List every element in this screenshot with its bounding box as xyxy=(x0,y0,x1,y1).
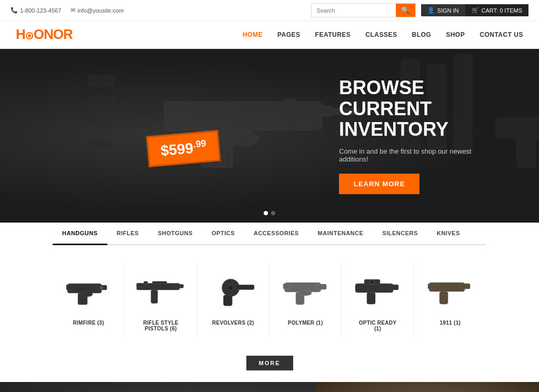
ammo-decoration xyxy=(315,382,539,392)
promo-instruction: INSTRUCTION Let our experienced staff as… xyxy=(0,382,315,392)
cart-button[interactable]: 🛒 CART: 0 ITEMS xyxy=(465,4,528,16)
tab-optics[interactable]: OPTICS xyxy=(202,223,244,245)
product-card-polymer[interactable]: POLYMER (1) xyxy=(270,261,342,337)
user-icon: 👤 xyxy=(427,7,435,14)
product-image-rimfire xyxy=(57,266,120,314)
nav-blog[interactable]: BLOG xyxy=(412,31,432,38)
header: HONOR HOME PAGES FEATURES CLASSES BLOG S… xyxy=(0,21,539,49)
top-bar-left: 📞 1-800-123-4567 ✉ info@yousite.com xyxy=(11,7,124,14)
rimfire-gun-icon xyxy=(62,273,115,307)
svg-point-31 xyxy=(228,285,233,290)
1911-gun-icon xyxy=(424,273,476,307)
product-card-rimfire[interactable]: RIMFIRE (3) xyxy=(53,261,125,337)
svg-rect-51 xyxy=(440,298,448,299)
hero-section: $599.99 BROWSE CURRENT INVENTORY Come in… xyxy=(0,49,539,223)
nav-home[interactable]: HOME xyxy=(243,31,263,38)
phone-number: 1-800-123-4567 xyxy=(20,7,61,14)
product-card-1911[interactable]: 1911 (1) xyxy=(414,261,486,337)
svg-rect-29 xyxy=(153,281,167,284)
tab-rifles[interactable]: RIFLES xyxy=(107,223,148,245)
polymer-gun-icon xyxy=(279,273,332,307)
signin-button[interactable]: 👤 SIGN IN xyxy=(421,4,465,16)
tab-maintenance[interactable]: MAINTENANCE xyxy=(308,223,373,245)
svg-rect-38 xyxy=(283,284,291,289)
svg-rect-25 xyxy=(151,290,158,303)
nav-contact[interactable]: CONTACT US xyxy=(480,31,523,38)
svg-rect-14 xyxy=(88,138,114,149)
category-tabs: HANDGUNS RIFLES SHOTGUNS OPTICS ACCESSOR… xyxy=(53,223,486,245)
svg-rect-48 xyxy=(428,284,435,289)
svg-rect-2 xyxy=(164,102,191,117)
svg-point-23 xyxy=(100,286,103,289)
product-section: HANDGUNS RIFLES SHOTGUNS OPTICS ACCESSOR… xyxy=(0,223,539,347)
tab-shotguns[interactable]: SHOTGUNS xyxy=(148,223,202,245)
svg-point-44 xyxy=(370,280,374,284)
svg-point-39 xyxy=(299,290,312,296)
svg-rect-11 xyxy=(88,75,114,86)
email-icon: ✉ xyxy=(71,7,75,14)
svg-rect-12 xyxy=(88,96,114,107)
product-name-rifle-pistols: RIFLE STYLEPISTOLS (6) xyxy=(129,320,192,331)
tab-knives[interactable]: KNIVES xyxy=(427,223,470,245)
product-card-revolvers[interactable]: REVOLVERS (2) xyxy=(197,261,270,337)
products-grid: RIMFIRE (3) RIFLE STYLEPISTOLS (6) xyxy=(53,245,486,347)
product-image-revolvers xyxy=(202,266,265,314)
product-name-revolvers: REVOLVERS (2) xyxy=(202,320,265,326)
svg-rect-40 xyxy=(355,284,393,293)
email-info: ✉ info@yousite.com xyxy=(71,7,124,14)
svg-rect-26 xyxy=(137,283,144,287)
instructor-silhouette xyxy=(111,382,315,392)
nav-classes[interactable]: CLASSES xyxy=(365,31,397,38)
product-name-rimfire: RIMFIRE (3) xyxy=(57,320,120,326)
price-amount: $599 xyxy=(160,140,194,159)
product-image-polymer xyxy=(274,266,337,314)
svg-rect-37 xyxy=(317,284,326,289)
svg-rect-16 xyxy=(517,138,535,167)
svg-rect-33 xyxy=(223,295,232,305)
svg-rect-21 xyxy=(66,285,73,290)
search-input[interactable] xyxy=(312,5,396,16)
learn-more-button[interactable]: LEARN MORE xyxy=(339,174,420,194)
main-nav: HOME PAGES FEATURES CLASSES BLOG SHOP CO… xyxy=(243,31,523,38)
logo-target-icon xyxy=(26,32,33,39)
logo: HONOR xyxy=(16,26,73,43)
optic-ready-gun-icon xyxy=(351,273,404,307)
svg-rect-28 xyxy=(144,281,148,284)
revolver-gun-icon xyxy=(207,273,259,307)
promo-row: INSTRUCTION Let our experienced staff as… xyxy=(0,382,539,392)
logo-o: O xyxy=(34,26,44,42)
top-actions: 👤 SIGN IN 🛒 CART: 0 ITEMS xyxy=(421,4,528,16)
logo-nor: NOR xyxy=(44,26,73,42)
hero-heading-line1: BROWSE CURRENT xyxy=(339,77,432,119)
promo-ammunition: A WIDE RANGE OF AMMUNITION xyxy=(315,382,539,392)
tab-silencers[interactable]: SILENCERS xyxy=(373,223,427,245)
svg-rect-47 xyxy=(461,284,470,289)
product-name-polymer: POLYMER (1) xyxy=(274,320,337,326)
nav-shop[interactable]: SHOP xyxy=(446,31,465,38)
price-cents: .99 xyxy=(193,138,207,149)
svg-rect-4 xyxy=(285,99,296,107)
tab-handguns[interactable]: HANDGUNS xyxy=(53,223,107,245)
svg-rect-34 xyxy=(227,280,232,284)
svg-rect-42 xyxy=(389,285,398,290)
nav-pages[interactable]: PAGES xyxy=(277,31,301,38)
nav-features[interactable]: FEATURES xyxy=(315,31,351,38)
svg-rect-50 xyxy=(440,296,448,297)
svg-point-7 xyxy=(227,130,259,146)
tab-accessories[interactable]: ACCESSORIES xyxy=(244,223,308,245)
search-button[interactable]: 🔍 xyxy=(396,4,415,17)
signin-label: SIGN IN xyxy=(437,7,459,14)
phone-icon: 📞 xyxy=(11,7,18,14)
svg-rect-27 xyxy=(175,284,184,288)
logo-h: H xyxy=(16,26,25,42)
search-bar[interactable]: 🔍 xyxy=(311,3,416,17)
svg-rect-49 xyxy=(440,293,448,294)
product-name-optic-ready: OPTIC READY(1) xyxy=(346,320,409,331)
product-card-optic-ready[interactable]: OPTIC READY(1) xyxy=(342,261,414,337)
svg-rect-41 xyxy=(367,293,375,304)
more-button[interactable]: MORE xyxy=(246,356,293,370)
top-bar: 📞 1-800-123-4567 ✉ info@yousite.com 🔍 👤 … xyxy=(0,0,539,21)
top-bar-right: 🔍 👤 SIGN IN 🛒 CART: 0 ITEMS xyxy=(311,3,528,17)
rifle-pistol-gun-icon xyxy=(134,273,187,307)
product-card-rifle-pistols[interactable]: RIFLE STYLEPISTOLS (6) xyxy=(125,261,197,337)
